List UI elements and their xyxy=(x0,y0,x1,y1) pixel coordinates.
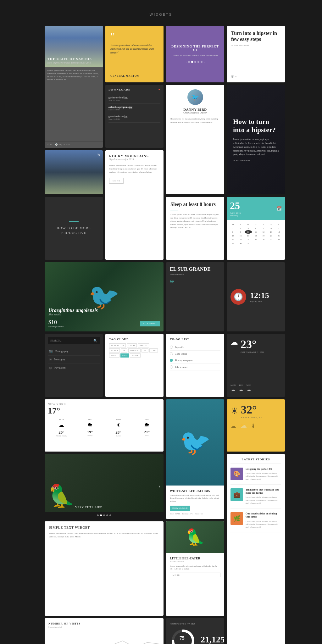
cal-cell-23[interactable]: 23 xyxy=(237,238,244,241)
photo-refresh-icon[interactable]: ↻ xyxy=(97,153,100,158)
bee-eater-info: LITTLE BEE-EATER Merops pusillus Lorem i… xyxy=(166,553,224,616)
cal-cell-14[interactable]: 14 xyxy=(275,230,282,234)
purple-next-arrow[interactable]: › xyxy=(204,60,205,64)
cal-cell-22[interactable]: 22 xyxy=(229,238,236,241)
nav-label-messaging: Messaging xyxy=(54,358,65,361)
cal-cell-21[interactable]: 21 xyxy=(275,234,282,237)
tag-logo[interactable]: LOGO xyxy=(127,343,137,347)
download-button[interactable]: DOWNLOAD xyxy=(170,506,190,511)
weather-day-mon-label: MON xyxy=(230,384,236,386)
bird-price-note: Buy one get one free xyxy=(48,326,64,328)
cal-cell-31[interactable]: 31 xyxy=(245,242,252,245)
elsur-title: EL SUR GRANDE xyxy=(170,266,220,272)
todo-item-1[interactable]: Buy milk xyxy=(170,344,220,351)
download-size-3: Size: 3.4MB xyxy=(108,118,160,120)
todo-check-4[interactable] xyxy=(170,365,173,369)
cliff-subtitle: Most impressive travel destination for 2… xyxy=(47,61,100,64)
cal-cell-15[interactable]: 15 xyxy=(229,234,236,237)
jacobin-bird-image: 🐦 xyxy=(180,428,211,457)
story-item-1[interactable]: 🎨 Designing the perfect UI Lorem ipsum d… xyxy=(230,468,281,485)
cal-cell-28[interactable]: 28 xyxy=(275,238,282,241)
cliff-title: THE CLIFF OF SANTOS xyxy=(47,57,100,61)
cal-cell-11[interactable]: 11 xyxy=(252,230,259,234)
cal-cell-26[interactable]: 26 xyxy=(260,238,267,241)
cute-dot-4 xyxy=(106,514,108,516)
tag-state[interactable]: STATE xyxy=(130,353,140,358)
cal-cell-27[interactable]: 27 xyxy=(267,238,275,241)
todo-item-3[interactable]: Pick up newspaper xyxy=(170,357,220,364)
todo-check-1[interactable] xyxy=(170,346,173,349)
rocky-more-button[interactable]: MORE xyxy=(109,178,124,184)
cal-cell-13[interactable]: 13 xyxy=(267,230,275,234)
story-item-2[interactable]: 💼 Ten habbits that will make you more pr… xyxy=(230,488,281,508)
weather-dark-days: MON ☁ TUE ☁ WED ☁ xyxy=(230,384,281,393)
cal-cell-1[interactable]: 1 xyxy=(229,226,236,230)
purple-dots[interactable]: ‹ › xyxy=(186,60,205,64)
cal-cell-17[interactable]: 17 xyxy=(245,234,252,237)
donut-big-num: 21,125 xyxy=(201,635,224,644)
tag-rs[interactable]: RS xyxy=(121,348,127,353)
todo-item-2[interactable]: Go to school xyxy=(170,351,220,357)
text-widget-card: SIMPLE TEXT WIDGET Lorem ipsum dolor sit… xyxy=(45,521,164,616)
cal-cell-16[interactable]: 16 xyxy=(237,234,244,237)
profile-desc: Responsible for making decisions, long-t… xyxy=(170,117,220,124)
hipster-footer: 💬 25 xyxy=(231,75,280,78)
dot-1 xyxy=(188,61,190,63)
todo-item-4[interactable]: Take a shower xyxy=(170,364,220,370)
cal-cell-2[interactable]: 2 xyxy=(237,226,244,230)
nav-item-photography[interactable]: 📷 Photography xyxy=(48,347,100,356)
cal-cell-6[interactable]: 6 xyxy=(267,226,275,230)
nav-item-navigation[interactable]: ◎ Navigation xyxy=(48,364,100,372)
cal-cell-20[interactable]: 20 xyxy=(267,234,275,237)
bird-price-row: $10 Buy one get one free BUY NOW! xyxy=(48,319,160,328)
bee-eater-more-button[interactable]: MORE xyxy=(170,573,220,577)
cal-cell-7[interactable]: 7 xyxy=(275,226,282,230)
cal-cell-30[interactable]: 30 xyxy=(237,242,244,245)
cal-cell-3[interactable]: 3 xyxy=(245,226,252,230)
tag-design[interactable]: DESIGN xyxy=(128,348,141,353)
cal-cell-4[interactable]: 4 xyxy=(252,226,259,230)
purple-prev-arrow[interactable]: ‹ xyxy=(186,60,186,64)
cal-cell-12[interactable]: 12 xyxy=(260,230,267,234)
cal-cell-19[interactable]: 19 xyxy=(260,234,267,237)
cal-cell-18[interactable]: 18 xyxy=(252,234,259,237)
cal-cell-29[interactable]: 29 xyxy=(229,242,236,245)
weather-dark-temp: 23° xyxy=(241,338,264,351)
cal-cell-10[interactable]: 10 xyxy=(245,230,252,234)
download-item-2[interactable]: antarctica-penguins.jpg Size: 5.9MB xyxy=(108,104,160,113)
bird-price: $10 xyxy=(48,319,64,326)
buy-button[interactable]: BUY NOW! xyxy=(140,321,160,326)
calendar-card: 25 April 2015 Thursday 📅 M T W T F S S 1… xyxy=(227,197,285,260)
messaging-icon: ✉ xyxy=(49,358,52,361)
story-body-1: Lorem ipsum dolor sit amet, sapi aqua so… xyxy=(246,472,281,480)
page-title: WIDGETS xyxy=(150,13,172,16)
text-widget-body: Lorem ipsum dolor sit amet, sapi aqua so… xyxy=(49,532,159,539)
cal-cell-24[interactable]: 24 xyxy=(245,238,252,241)
todo-check-2[interactable] xyxy=(170,352,173,355)
cal-cell-8[interactable]: 8 xyxy=(229,230,236,234)
story-body-2: Lorem ipsum dolor sit amet, sapi aqua so… xyxy=(246,496,281,504)
donut-completed-label: Completed tasks xyxy=(170,623,220,625)
tag-paper[interactable]: PAPER xyxy=(109,348,120,353)
download-item-1[interactable]: glacier-ice-hotel.jpg Size: 8.5MB xyxy=(108,94,160,104)
cal-header-f: F xyxy=(260,223,267,226)
download-item-3[interactable]: green-landscape.jpg Size: 3.4MB xyxy=(108,113,160,123)
cal-cell-5[interactable]: 5 xyxy=(260,226,267,230)
todo-check-3[interactable] xyxy=(170,359,173,362)
cliff-image: THE CLIFF OF SANTOS Most impressive trav… xyxy=(45,26,103,67)
nav-item-messaging[interactable]: ✉ Messaging xyxy=(48,356,100,364)
tag-tag[interactable]: TAG xyxy=(149,348,158,353)
weather-day-mon: MON ☁ xyxy=(230,384,236,393)
search-box[interactable]: SEARCH... 🔍 xyxy=(48,337,100,344)
cal-cell-9[interactable]: 9 xyxy=(237,230,244,234)
tag-aa[interactable]: AA xyxy=(142,348,148,353)
clock-card: 🕛 12:15 July 30, 2014 xyxy=(227,262,285,331)
tag-out[interactable]: OUT xyxy=(120,353,129,358)
cal-cell-25[interactable]: 25 xyxy=(252,238,259,241)
cute-bird-next-arrow[interactable]: › xyxy=(158,483,160,490)
tag-photo[interactable]: PHOTO xyxy=(138,343,149,347)
story-item-3[interactable]: 🌿 One simple advice on dealing with stre… xyxy=(230,512,281,532)
tag-print[interactable]: PRINT xyxy=(109,353,119,358)
weather-day-tue-icon: ☁ xyxy=(239,387,243,392)
tag-separator[interactable]: SEPARATOR xyxy=(109,343,126,347)
